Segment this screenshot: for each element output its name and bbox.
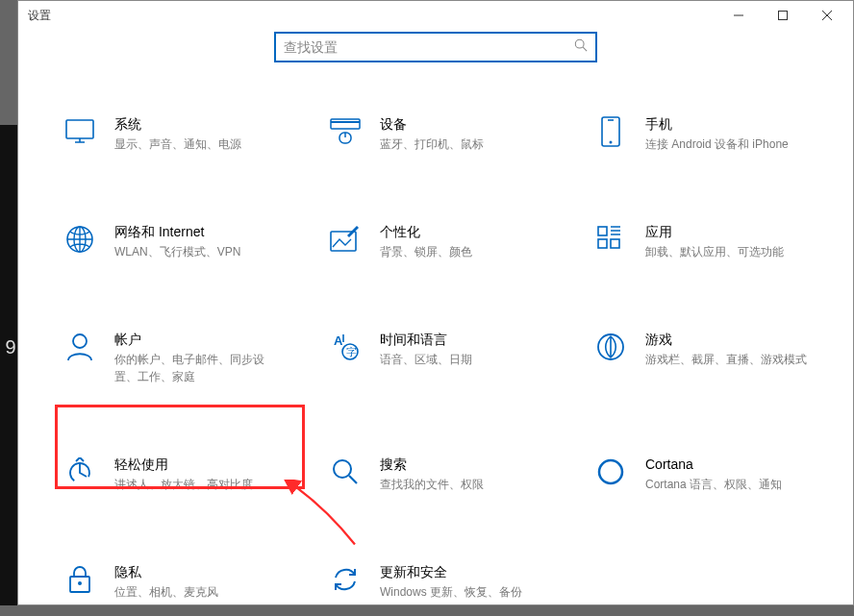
tile-title: 应用 [645, 222, 816, 241]
svg-point-23 [78, 581, 82, 585]
maximize-icon [778, 11, 788, 20]
tile-desc: 卸载、默认应用、可选功能 [645, 243, 816, 260]
tile-title: 更新和安全 [380, 562, 551, 581]
tile-personalize[interactable]: 个性化 背景、锁屏、颜色 [303, 216, 568, 266]
tile-desc: 背景、锁屏、颜色 [380, 243, 551, 260]
tile-apps[interactable]: 应用 卸载、默认应用、可选功能 [568, 216, 834, 266]
search-input[interactable] [284, 39, 574, 55]
tile-title: 时间和语言 [380, 330, 551, 349]
tile-accounts[interactable]: 帐户 你的帐户、电子邮件、同步设置、工作、家庭 [38, 324, 303, 391]
svg-rect-11 [598, 227, 607, 235]
tile-system[interactable]: 系统 显示、声音、通知、电源 [38, 109, 303, 159]
tile-privacy[interactable]: 隐私 位置、相机、麦克风 [38, 556, 303, 606]
tile-title: 游戏 [645, 330, 816, 349]
ease-icon [63, 455, 97, 489]
tile-desc: WLAN、飞行模式、VPN [114, 243, 286, 260]
svg-rect-0 [779, 12, 788, 20]
accounts-icon [63, 330, 97, 364]
tile-title: 帐户 [114, 330, 286, 349]
personalize-icon [328, 222, 363, 257]
svg-rect-13 [611, 239, 619, 248]
tile-desc: 蓝牙、打印机、鼠标 [380, 136, 551, 153]
tile-desc: 讲述人、放大镜、高对比度 [114, 476, 286, 493]
search-box[interactable] [274, 32, 597, 62]
system-icon [63, 114, 97, 149]
svg-rect-12 [598, 239, 607, 248]
tile-title: 手机 [645, 114, 816, 134]
tile-desc: 显示、声音、通知、电源 [114, 136, 286, 153]
tile-phone[interactable]: 手机 连接 Android 设备和 iPhone [568, 109, 834, 159]
tile-desc: Windows 更新、恢复、备份 [380, 583, 551, 601]
settings-grid: 系统 显示、声音、通知、电源 设备 蓝牙、打印机、鼠标 手机 连接 Androi… [18, 80, 853, 606]
update-icon [328, 562, 363, 597]
tile-title: Cortana [645, 455, 816, 474]
search-cat-icon [328, 455, 363, 489]
minimize-icon [734, 11, 743, 20]
svg-point-1 [575, 39, 584, 48]
tile-title: 轻松使用 [114, 455, 286, 474]
svg-rect-4 [331, 121, 360, 123]
maximize-button[interactable] [761, 1, 805, 30]
svg-point-20 [334, 460, 351, 478]
tile-network[interactable]: 网络和 Internet WLAN、飞行模式、VPN [38, 216, 303, 266]
settings-window: 设置 系统 显示、声音、通知、电源 [17, 0, 854, 605]
tile-desc: 连接 Android 设备和 iPhone [645, 136, 816, 153]
phone-icon [593, 114, 628, 149]
minimize-button[interactable] [716, 1, 761, 30]
window-title: 设置 [22, 8, 716, 24]
tile-title: 设备 [380, 114, 551, 134]
tile-devices[interactable]: 设备 蓝牙、打印机、鼠标 [303, 109, 568, 159]
devices-icon [328, 114, 363, 149]
svg-rect-3 [331, 119, 360, 129]
tile-desc: Cortana 语言、权限、通知 [645, 476, 816, 493]
tile-title: 隐私 [114, 562, 286, 581]
svg-rect-10 [331, 232, 356, 251]
cortana-icon [593, 455, 628, 489]
svg-text:字: 字 [346, 346, 357, 357]
tile-title: 搜索 [380, 455, 551, 474]
svg-rect-2 [66, 120, 93, 138]
tile-title: 系统 [114, 114, 286, 134]
tile-title: 个性化 [380, 222, 551, 241]
tile-desc: 游戏栏、截屏、直播、游戏模式 [645, 351, 816, 368]
search-icon [574, 38, 588, 56]
tile-title: 网络和 Internet [114, 222, 286, 241]
privacy-icon [63, 562, 97, 597]
apps-icon [593, 222, 628, 257]
tile-update[interactable]: 更新和安全 Windows 更新、恢复、备份 [303, 556, 568, 606]
svg-point-21 [599, 460, 622, 483]
tile-gaming[interactable]: 游戏 游戏栏、截屏、直播、游戏模式 [568, 324, 834, 391]
tile-time[interactable]: A字 时间和语言 语音、区域、日期 [303, 324, 568, 391]
tile-desc: 语音、区域、日期 [380, 351, 551, 368]
svg-point-7 [610, 141, 613, 144]
network-icon [63, 222, 97, 257]
tile-ease-of-access[interactable]: 轻松使用 讲述人、放大镜、高对比度 [38, 449, 303, 499]
svg-point-14 [73, 334, 87, 348]
tile-search[interactable]: 搜索 查找我的文件、权限 [303, 449, 568, 499]
svg-text:A: A [334, 333, 343, 348]
titlebar: 设置 [18, 1, 853, 30]
tile-desc: 查找我的文件、权限 [380, 476, 551, 493]
gaming-icon [593, 330, 628, 364]
close-icon [822, 11, 832, 20]
tile-cortana[interactable]: Cortana Cortana 语言、权限、通知 [568, 449, 834, 499]
tile-desc: 你的帐户、电子邮件、同步设置、工作、家庭 [114, 351, 286, 385]
close-button[interactable] [805, 1, 849, 30]
tile-desc: 位置、相机、麦克风 [114, 583, 286, 601]
time-icon: A字 [328, 330, 363, 364]
